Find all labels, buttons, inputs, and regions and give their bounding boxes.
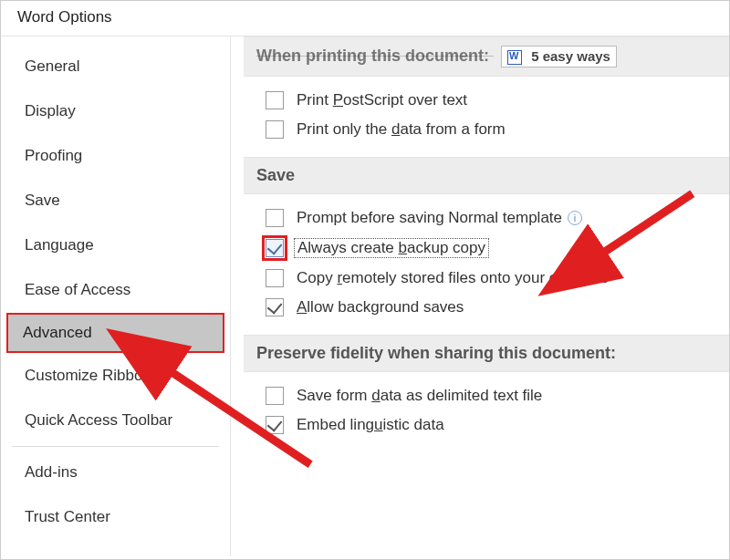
option-label: Prompt before saving Normal template — [297, 209, 562, 227]
option-embed-linguistic-data[interactable]: Embed linguistic data — [244, 410, 729, 440]
checkbox-save-form-data[interactable] — [266, 387, 284, 405]
sidebar-item-advanced[interactable]: Advanced — [6, 313, 224, 353]
checkbox-allow-background-saves[interactable] — [266, 298, 284, 316]
sidebar-item-ease-of-access[interactable]: Ease of Access — [6, 268, 224, 312]
checkbox-print-only-data[interactable] — [266, 120, 284, 139]
sidebar-item-label: Display — [25, 102, 76, 119]
section-heading-text: Preserve fidelity when sharing this docu… — [256, 344, 616, 362]
sidebar-item-quick-access-toolbar[interactable]: Quick Access Toolbar — [6, 399, 224, 442]
sidebar-item-label: Save — [25, 192, 60, 209]
option-allow-background-saves[interactable]: Allow background saves — [244, 293, 729, 322]
section-heading-save: Save — [244, 157, 729, 194]
option-label: Print only the data from a form — [297, 120, 506, 139]
sidebar-divider — [12, 446, 219, 447]
sidebar-item-general[interactable]: General — [6, 45, 224, 88]
sidebar-item-trust-center[interactable]: Trust Center — [6, 495, 224, 539]
sidebar-item-display[interactable]: Display — [6, 89, 224, 133]
sidebar-item-label: Advanced — [23, 324, 92, 341]
option-label: Always create backup copy — [294, 238, 489, 258]
checkbox-always-backup-copy[interactable] — [266, 239, 284, 257]
option-save-form-data[interactable]: Save form data as delimited text file — [244, 381, 729, 410]
sidebar-item-add-ins[interactable]: Add-ins — [6, 451, 224, 494]
checkbox-copy-remotely-stored[interactable] — [266, 269, 284, 287]
sidebar-item-label: Ease of Access — [25, 281, 130, 298]
sidebar-item-label: Proofing — [25, 147, 82, 164]
sidebar-item-label: General — [25, 57, 79, 75]
option-label: Save form data as delimited text file — [297, 387, 542, 405]
options-sidebar: General Display Proofing Save Language E… — [1, 36, 231, 556]
sidebar-item-label: Quick Access Toolbar — [25, 411, 172, 429]
sidebar-item-label: Add-ins — [25, 463, 78, 481]
printing-document-dropdown[interactable]: 5 easy ways — [501, 46, 617, 67]
word-document-icon — [507, 50, 522, 65]
options-content-pane: When printing this document: 5 easy ways… — [231, 36, 729, 556]
section-heading-printing: When printing this document: 5 easy ways — [244, 36, 729, 77]
checkbox-prompt-normal-template[interactable] — [266, 209, 284, 227]
option-always-backup-copy[interactable]: Always create backup copy — [244, 233, 729, 264]
option-label: Print PostScript over text — [297, 91, 467, 109]
option-prompt-normal-template[interactable]: Prompt before saving Normal template i — [244, 203, 729, 233]
dialog-title-text: Word Options — [17, 8, 112, 26]
word-options-dialog: Word Options General Display Proofing Sa… — [0, 0, 730, 560]
info-icon[interactable]: i — [568, 211, 582, 225]
section-heading-text: Save — [256, 166, 295, 184]
sidebar-item-save[interactable]: Save — [6, 179, 224, 223]
option-copy-remotely-stored[interactable]: Copy remotely stored files onto your com… — [244, 264, 729, 293]
section-heading-text: When printing this document: — [256, 47, 489, 65]
sidebar-item-label: Language — [25, 236, 94, 254]
option-print-only-data[interactable]: Print only the data from a form — [244, 115, 729, 144]
checkbox-print-postscript[interactable] — [266, 91, 284, 109]
option-label: Embed linguistic data — [297, 416, 444, 434]
sidebar-item-proofing[interactable]: Proofing — [6, 134, 224, 178]
dialog-body: General Display Proofing Save Language E… — [1, 36, 729, 556]
option-print-postscript[interactable]: Print PostScript over text — [244, 86, 729, 115]
option-label: Allow background saves — [297, 298, 464, 316]
checkbox-embed-linguistic-data[interactable] — [266, 416, 284, 434]
dialog-title: Word Options — [1, 1, 729, 36]
dropdown-selected-text: 5 easy ways — [531, 48, 610, 64]
section-heading-preserve-fidelity: Preserve fidelity when sharing this docu… — [244, 335, 729, 372]
sidebar-item-label: Customize Ribbon — [25, 367, 151, 384]
sidebar-item-customize-ribbon[interactable]: Customize Ribbon — [6, 354, 224, 398]
sidebar-item-language[interactable]: Language — [6, 223, 224, 267]
option-label: Copy remotely stored files onto your com… — [297, 269, 609, 287]
sidebar-item-label: Trust Center — [25, 508, 110, 525]
